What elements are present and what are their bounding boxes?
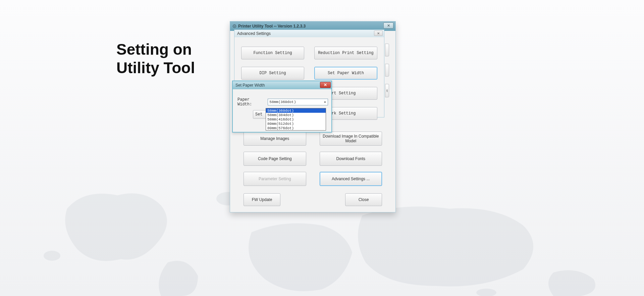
advanced-settings-button[interactable]: Advanced Settings ... <box>320 172 382 186</box>
dropdown-option[interactable]: 80mm(512dot) <box>266 121 326 126</box>
dropdown-option[interactable]: 58mm(416dot) <box>266 117 326 121</box>
advanced-close-button[interactable]: ✕ <box>374 31 383 36</box>
gear-icon <box>232 24 237 29</box>
paper-width-label: Paper Width: <box>237 97 266 107</box>
main-button-grid: Manage Images Download Image In Compatib… <box>233 132 392 186</box>
close-button[interactable]: Close <box>345 193 382 206</box>
hidden-button-peek <box>385 64 389 77</box>
heading-line1: Setting on <box>116 40 195 59</box>
svg-point-5 <box>234 26 235 27</box>
hidden-buttons-peek: t <box>385 44 389 105</box>
set-button-partial[interactable]: Set <box>253 110 266 119</box>
dropdown-option[interactable]: 58mm(360dot) <box>266 108 326 113</box>
paper-width-dropdown[interactable]: 58mm(360dot) 58mm(384dot) 58mm(416dot) 8… <box>266 108 326 131</box>
main-close-button[interactable]: ✕ <box>383 22 393 29</box>
paper-width-select[interactable]: 58mm(360dot) ▼ <box>268 99 328 105</box>
manage-images-button[interactable]: Manage Images <box>244 132 306 146</box>
fw-update-button[interactable]: FW Update <box>244 193 280 206</box>
parameter-setting-button[interactable]: Parameter Setting <box>244 172 306 186</box>
set-paper-title-text: Set Paper Width <box>235 83 265 88</box>
set-paper-titlebar[interactable]: Set Paper Width ✕ <box>233 81 331 89</box>
function-setting-button[interactable]: Function Setting <box>241 47 304 59</box>
dropdown-option[interactable]: 58mm(384dot) <box>266 113 326 117</box>
advanced-titlebar[interactable]: Advanced Settings ✕ <box>234 30 384 37</box>
dip-setting-button[interactable]: DIP Setting <box>241 67 304 80</box>
download-fonts-button[interactable]: Download Fonts <box>320 152 382 166</box>
reduction-print-button[interactable]: Reduction Print Setting <box>314 47 377 59</box>
slide-heading: Setting on Utility Tool <box>116 40 195 77</box>
set-paper-width-button[interactable]: Set Paper Width <box>314 67 377 80</box>
paper-width-selected: 58mm(360dot) <box>269 100 296 104</box>
svg-point-3 <box>476 289 496 296</box>
code-page-button[interactable]: Code Page Setting <box>244 152 306 166</box>
advanced-title-text: Advanced Settings <box>237 31 271 36</box>
set-paper-close-button[interactable]: ✕ <box>320 82 331 88</box>
close-icon: ✕ <box>324 83 327 87</box>
bottom-row: FW Update Close <box>230 193 395 206</box>
hidden-button-peek: t <box>385 84 389 97</box>
chevron-down-icon: ▼ <box>322 99 328 105</box>
hidden-button-peek <box>385 44 389 56</box>
dropdown-option[interactable]: 80mm(576dot) <box>266 126 326 130</box>
main-title-text: Printer Utility Tool -- Version 1.2.3.3 <box>238 24 306 29</box>
paper-width-row: Paper Width: 58mm(360dot) ▼ <box>233 89 331 107</box>
download-image-compat-button[interactable]: Download Image In Compatible Model <box>320 132 382 146</box>
heading-line2: Utility Tool <box>116 59 195 77</box>
svg-point-2 <box>44 251 60 261</box>
